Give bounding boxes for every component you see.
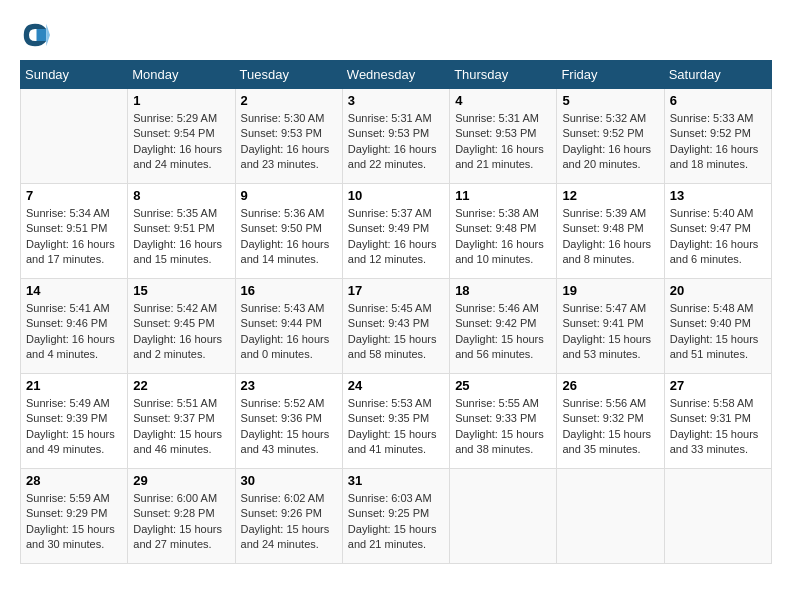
day-info: Sunrise: 6:02 AM Sunset: 9:26 PM Dayligh… (241, 491, 337, 553)
calendar-cell: 26Sunrise: 5:56 AM Sunset: 9:32 PM Dayli… (557, 374, 664, 469)
header-row: SundayMondayTuesdayWednesdayThursdayFrid… (21, 61, 772, 89)
calendar-cell: 2Sunrise: 5:30 AM Sunset: 9:53 PM Daylig… (235, 89, 342, 184)
header (20, 20, 772, 50)
day-number: 28 (26, 473, 122, 488)
day-number: 10 (348, 188, 444, 203)
day-info: Sunrise: 5:33 AM Sunset: 9:52 PM Dayligh… (670, 111, 766, 173)
day-info: Sunrise: 5:29 AM Sunset: 9:54 PM Dayligh… (133, 111, 229, 173)
day-info: Sunrise: 5:49 AM Sunset: 9:39 PM Dayligh… (26, 396, 122, 458)
svg-marker-0 (46, 24, 50, 47)
day-info: Sunrise: 5:47 AM Sunset: 9:41 PM Dayligh… (562, 301, 658, 363)
calendar-cell: 16Sunrise: 5:43 AM Sunset: 9:44 PM Dayli… (235, 279, 342, 374)
day-info: Sunrise: 6:00 AM Sunset: 9:28 PM Dayligh… (133, 491, 229, 553)
day-number: 12 (562, 188, 658, 203)
day-info: Sunrise: 5:37 AM Sunset: 9:49 PM Dayligh… (348, 206, 444, 268)
calendar-cell: 22Sunrise: 5:51 AM Sunset: 9:37 PM Dayli… (128, 374, 235, 469)
day-number: 2 (241, 93, 337, 108)
weekday-header: Tuesday (235, 61, 342, 89)
day-info: Sunrise: 5:59 AM Sunset: 9:29 PM Dayligh… (26, 491, 122, 553)
week-row: 1Sunrise: 5:29 AM Sunset: 9:54 PM Daylig… (21, 89, 772, 184)
calendar-cell: 17Sunrise: 5:45 AM Sunset: 9:43 PM Dayli… (342, 279, 449, 374)
day-info: Sunrise: 5:32 AM Sunset: 9:52 PM Dayligh… (562, 111, 658, 173)
day-number: 16 (241, 283, 337, 298)
day-info: Sunrise: 5:30 AM Sunset: 9:53 PM Dayligh… (241, 111, 337, 173)
calendar-cell: 19Sunrise: 5:47 AM Sunset: 9:41 PM Dayli… (557, 279, 664, 374)
day-number: 7 (26, 188, 122, 203)
day-number: 25 (455, 378, 551, 393)
calendar-cell: 5Sunrise: 5:32 AM Sunset: 9:52 PM Daylig… (557, 89, 664, 184)
day-info: Sunrise: 5:55 AM Sunset: 9:33 PM Dayligh… (455, 396, 551, 458)
day-info: Sunrise: 5:34 AM Sunset: 9:51 PM Dayligh… (26, 206, 122, 268)
day-number: 23 (241, 378, 337, 393)
day-info: Sunrise: 5:36 AM Sunset: 9:50 PM Dayligh… (241, 206, 337, 268)
day-info: Sunrise: 5:46 AM Sunset: 9:42 PM Dayligh… (455, 301, 551, 363)
calendar-cell: 7Sunrise: 5:34 AM Sunset: 9:51 PM Daylig… (21, 184, 128, 279)
calendar-cell: 3Sunrise: 5:31 AM Sunset: 9:53 PM Daylig… (342, 89, 449, 184)
day-number: 26 (562, 378, 658, 393)
day-number: 3 (348, 93, 444, 108)
day-number: 18 (455, 283, 551, 298)
calendar-cell: 29Sunrise: 6:00 AM Sunset: 9:28 PM Dayli… (128, 469, 235, 564)
calendar-cell: 25Sunrise: 5:55 AM Sunset: 9:33 PM Dayli… (450, 374, 557, 469)
calendar-cell: 10Sunrise: 5:37 AM Sunset: 9:49 PM Dayli… (342, 184, 449, 279)
calendar-cell: 11Sunrise: 5:38 AM Sunset: 9:48 PM Dayli… (450, 184, 557, 279)
weekday-header: Monday (128, 61, 235, 89)
calendar-cell: 31Sunrise: 6:03 AM Sunset: 9:25 PM Dayli… (342, 469, 449, 564)
day-number: 22 (133, 378, 229, 393)
day-number: 15 (133, 283, 229, 298)
calendar-cell (21, 89, 128, 184)
day-number: 20 (670, 283, 766, 298)
day-info: Sunrise: 5:31 AM Sunset: 9:53 PM Dayligh… (348, 111, 444, 173)
calendar-cell: 27Sunrise: 5:58 AM Sunset: 9:31 PM Dayli… (664, 374, 771, 469)
day-number: 30 (241, 473, 337, 488)
weekday-header: Thursday (450, 61, 557, 89)
weekday-header: Saturday (664, 61, 771, 89)
calendar-cell: 15Sunrise: 5:42 AM Sunset: 9:45 PM Dayli… (128, 279, 235, 374)
calendar-cell: 21Sunrise: 5:49 AM Sunset: 9:39 PM Dayli… (21, 374, 128, 469)
weekday-header: Friday (557, 61, 664, 89)
day-info: Sunrise: 5:35 AM Sunset: 9:51 PM Dayligh… (133, 206, 229, 268)
calendar-cell: 8Sunrise: 5:35 AM Sunset: 9:51 PM Daylig… (128, 184, 235, 279)
day-info: Sunrise: 5:43 AM Sunset: 9:44 PM Dayligh… (241, 301, 337, 363)
calendar-cell (557, 469, 664, 564)
day-number: 1 (133, 93, 229, 108)
day-info: Sunrise: 5:42 AM Sunset: 9:45 PM Dayligh… (133, 301, 229, 363)
day-info: Sunrise: 5:56 AM Sunset: 9:32 PM Dayligh… (562, 396, 658, 458)
day-number: 19 (562, 283, 658, 298)
calendar-table: SundayMondayTuesdayWednesdayThursdayFrid… (20, 60, 772, 564)
calendar-cell: 4Sunrise: 5:31 AM Sunset: 9:53 PM Daylig… (450, 89, 557, 184)
day-number: 14 (26, 283, 122, 298)
calendar-cell: 6Sunrise: 5:33 AM Sunset: 9:52 PM Daylig… (664, 89, 771, 184)
calendar-cell: 18Sunrise: 5:46 AM Sunset: 9:42 PM Dayli… (450, 279, 557, 374)
logo-icon (20, 20, 50, 50)
day-info: Sunrise: 5:45 AM Sunset: 9:43 PM Dayligh… (348, 301, 444, 363)
calendar-cell: 23Sunrise: 5:52 AM Sunset: 9:36 PM Dayli… (235, 374, 342, 469)
day-number: 24 (348, 378, 444, 393)
calendar-cell: 1Sunrise: 5:29 AM Sunset: 9:54 PM Daylig… (128, 89, 235, 184)
day-number: 29 (133, 473, 229, 488)
day-info: Sunrise: 5:48 AM Sunset: 9:40 PM Dayligh… (670, 301, 766, 363)
day-info: Sunrise: 5:52 AM Sunset: 9:36 PM Dayligh… (241, 396, 337, 458)
calendar-cell: 28Sunrise: 5:59 AM Sunset: 9:29 PM Dayli… (21, 469, 128, 564)
calendar-cell: 13Sunrise: 5:40 AM Sunset: 9:47 PM Dayli… (664, 184, 771, 279)
week-row: 28Sunrise: 5:59 AM Sunset: 9:29 PM Dayli… (21, 469, 772, 564)
day-number: 13 (670, 188, 766, 203)
day-info: Sunrise: 6:03 AM Sunset: 9:25 PM Dayligh… (348, 491, 444, 553)
day-number: 9 (241, 188, 337, 203)
day-info: Sunrise: 5:51 AM Sunset: 9:37 PM Dayligh… (133, 396, 229, 458)
calendar-cell: 24Sunrise: 5:53 AM Sunset: 9:35 PM Dayli… (342, 374, 449, 469)
day-number: 17 (348, 283, 444, 298)
day-info: Sunrise: 5:53 AM Sunset: 9:35 PM Dayligh… (348, 396, 444, 458)
calendar-cell: 14Sunrise: 5:41 AM Sunset: 9:46 PM Dayli… (21, 279, 128, 374)
day-info: Sunrise: 5:39 AM Sunset: 9:48 PM Dayligh… (562, 206, 658, 268)
calendar-cell: 12Sunrise: 5:39 AM Sunset: 9:48 PM Dayli… (557, 184, 664, 279)
calendar-cell (664, 469, 771, 564)
day-info: Sunrise: 5:38 AM Sunset: 9:48 PM Dayligh… (455, 206, 551, 268)
calendar-cell: 20Sunrise: 5:48 AM Sunset: 9:40 PM Dayli… (664, 279, 771, 374)
logo (20, 20, 52, 50)
week-row: 14Sunrise: 5:41 AM Sunset: 9:46 PM Dayli… (21, 279, 772, 374)
week-row: 7Sunrise: 5:34 AM Sunset: 9:51 PM Daylig… (21, 184, 772, 279)
weekday-header: Sunday (21, 61, 128, 89)
day-number: 4 (455, 93, 551, 108)
day-number: 6 (670, 93, 766, 108)
